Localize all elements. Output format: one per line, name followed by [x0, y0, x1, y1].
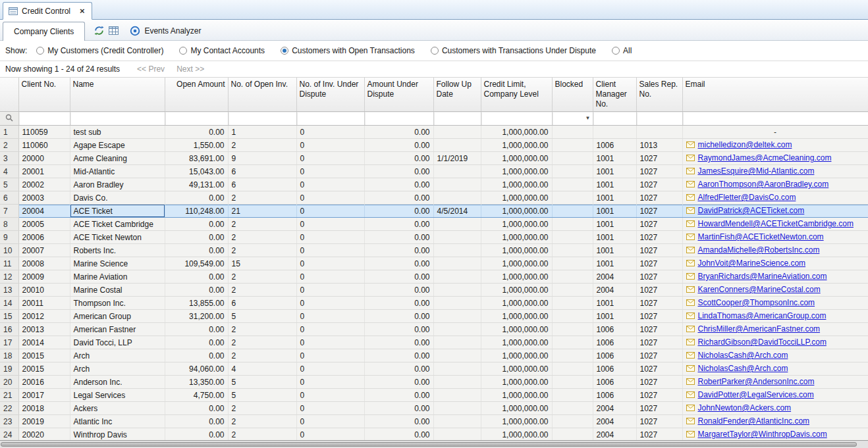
- table-row[interactable]: 1120008Marine Science109,549.001500.001,…: [0, 257, 868, 270]
- table-row[interactable]: 2420020Winthrop Davis0.00200.001,000,000…: [0, 428, 868, 441]
- filter-input-sales_rep_no[interactable]: [636, 112, 682, 126]
- email-link[interactable]: DavidPotter@LegalServices.com: [698, 390, 814, 399]
- show-option-label: Customers with Open Transactions: [292, 46, 415, 55]
- table-row[interactable]: 420001Mid-Atlantic15,043.00600.001,000,0…: [0, 165, 868, 178]
- email-link[interactable]: RaymondJames@AcmeCleaning.com: [698, 153, 832, 162]
- table-row[interactable]: 820005ACE Ticket Cambridge0.00200.001,00…: [0, 218, 868, 231]
- horizontal-scrollbar[interactable]: [0, 440, 868, 448]
- email-link[interactable]: JamesEsquire@Mid-Atlantic.com: [698, 166, 815, 176]
- cell-blocked: [552, 336, 593, 349]
- show-option-1[interactable]: My Contact Accounts: [179, 46, 265, 55]
- col-header-follow_up_date[interactable]: Follow Up Date: [433, 78, 481, 112]
- col-header-client_manager_no[interactable]: Client Manager No.: [593, 78, 636, 112]
- radio-selected-icon[interactable]: [281, 47, 288, 55]
- col-header-amount_under_dispute[interactable]: Amount Under Dispute: [364, 78, 433, 112]
- email-link[interactable]: MargaretTaylor@WinthropDavis.com: [698, 430, 827, 439]
- grid-view-icon[interactable]: [106, 23, 121, 37]
- cell-open_inv: 2: [228, 244, 296, 257]
- radio-icon[interactable]: [431, 47, 439, 55]
- email-link[interactable]: ChrisMiller@AmericanFastner.com: [698, 324, 821, 334]
- tab-company-clients[interactable]: Company Clients: [3, 22, 85, 41]
- table-row[interactable]: 920006ACE Ticket Newton0.00200.001,000,0…: [0, 231, 868, 244]
- email-link[interactable]: michelledizon@deltek.com: [698, 140, 792, 149]
- table-row[interactable]: 2110060Agape Escape1,550.00200.001,000,0…: [0, 139, 868, 152]
- search-icon[interactable]: [0, 112, 18, 126]
- filter-input-open_amount[interactable]: [165, 112, 228, 126]
- table-row[interactable]: 2020016Anderson Inc.13,350.00500.001,000…: [0, 376, 868, 389]
- email-link[interactable]: HowardMendell@ACETicketCambridge.com: [698, 219, 854, 228]
- prev-button[interactable]: << Prev: [137, 64, 165, 74]
- email-link[interactable]: LindaThomas@AmericanGroup.com: [698, 311, 827, 320]
- table-row[interactable]: 2120017Legal Services4,750.00500.001,000…: [0, 389, 868, 402]
- table-row[interactable]: 1110059test sub0.00100.001,000,000.00-: [0, 126, 868, 139]
- cell-credit_limit: 1,000,000.00: [481, 297, 552, 310]
- filter-input-blocked[interactable]: ▼: [552, 112, 593, 126]
- show-option-0[interactable]: My Customers (Credit Controller): [36, 46, 163, 55]
- filter-input-inv_under_dispute[interactable]: [296, 112, 364, 126]
- table-row[interactable]: 1520012American Group31,200.00500.001,00…: [0, 310, 868, 323]
- col-header-name[interactable]: Name: [70, 78, 165, 112]
- table-row[interactable]: 720004ACE Ticket110,248.002100.004/5/201…: [0, 205, 868, 218]
- col-header-blocked[interactable]: Blocked: [552, 78, 593, 112]
- email-link[interactable]: JohnVoit@MarineScience.com: [698, 259, 806, 268]
- table-row[interactable]: 320000Acme Cleaning83,691.00900.001/1/20…: [0, 152, 868, 165]
- filter-input-email[interactable]: [682, 112, 868, 126]
- col-header-open_amount[interactable]: Open Amount: [165, 78, 228, 112]
- radio-icon[interactable]: [612, 47, 620, 55]
- refresh-icon[interactable]: [92, 23, 106, 37]
- show-option-2[interactable]: Customers with Open Transactions: [281, 46, 415, 55]
- close-tab-icon[interactable]: ×: [80, 7, 85, 15]
- table-row[interactable]: 2320019Atlantic Inc0.00200.001,000,000.0…: [0, 415, 868, 428]
- filter-input-client_no[interactable]: [18, 112, 70, 126]
- events-analyzer-button[interactable]: Events Analyzer: [126, 24, 205, 37]
- email-link[interactable]: NicholasCash@Arch.com: [698, 364, 788, 373]
- email-link[interactable]: DavidPatrick@ACETicket.com: [698, 206, 805, 215]
- email-link[interactable]: RichardGibson@DavidTocciLLP.com: [698, 337, 827, 347]
- email-link[interactable]: AlfredFletter@DavisCo.com: [698, 193, 796, 202]
- col-header-open_inv[interactable]: No. of Open Inv.: [228, 78, 296, 112]
- email-link[interactable]: RobertParker@AndersonInc.com: [698, 377, 815, 386]
- col-header-sales_rep_no[interactable]: Sales Rep. No.: [636, 78, 682, 112]
- filter-input-credit_limit[interactable]: [481, 112, 552, 126]
- cell-email: NicholasCash@Arch.com: [682, 349, 868, 362]
- email-link[interactable]: AmandaMichelle@RobertsInc.com: [698, 245, 820, 255]
- table-row[interactable]: 2220018Ackers0.00200.001,000,000.0020041…: [0, 402, 868, 415]
- table-row[interactable]: 1420011Thompson Inc.13,855.00600.001,000…: [0, 297, 868, 310]
- filter-input-amount_under_dispute[interactable]: [364, 112, 433, 126]
- table-row[interactable]: 1920015Arch94,060.00400.001,000,000.0010…: [0, 362, 868, 376]
- email-link[interactable]: RonaldFender@AtlanticInc.com: [698, 416, 810, 426]
- table-row[interactable]: 520002Aaron Bradley49,131.00600.001,000,…: [0, 178, 868, 191]
- filter-input-name[interactable]: [70, 112, 165, 126]
- cell-inv_under_dispute: 0: [296, 376, 364, 389]
- table-row[interactable]: 620003Davis Co.0.00200.001,000,000.00100…: [0, 191, 868, 205]
- col-header-email[interactable]: Email: [682, 78, 868, 112]
- show-option-4[interactable]: All: [612, 46, 632, 55]
- filter-input-client_manager_no[interactable]: [593, 112, 636, 126]
- cell-amount_under_dispute: 0.00: [364, 349, 433, 362]
- col-header-credit_limit[interactable]: Credit Limit, Company Level: [481, 78, 552, 112]
- table-row[interactable]: 1620013American Fastner0.00200.001,000,0…: [0, 323, 868, 336]
- email-link[interactable]: ScottCooper@ThompsonInc.com: [698, 298, 815, 307]
- email-link[interactable]: BryanRichards@MarineAviation.com: [698, 272, 827, 281]
- filter-input-open_inv[interactable]: [228, 112, 296, 126]
- show-option-3[interactable]: Customers with Transactions Under Disput…: [431, 46, 596, 55]
- email-link[interactable]: MartinFish@ACETicketNewton.com: [698, 232, 824, 241]
- email-link[interactable]: JohnNewton@Ackers.com: [698, 403, 792, 412]
- email-link[interactable]: KarenConners@MarineCostal.com: [698, 285, 821, 294]
- tab-credit-control[interactable]: Credit Control ×: [3, 2, 92, 20]
- next-button[interactable]: Next >>: [176, 64, 204, 74]
- table-row[interactable]: 1320010Marine Costal0.00200.001,000,000.…: [0, 284, 868, 297]
- table-row[interactable]: 1020007Roberts Inc.0.00200.001,000,000.0…: [0, 244, 868, 257]
- col-header-inv_under_dispute[interactable]: No. of Inv. Under Dispute: [296, 78, 364, 112]
- table-row[interactable]: 1720014David Tocci, LLP0.00200.001,000,0…: [0, 336, 868, 349]
- dropdown-arrow-icon[interactable]: ▼: [585, 116, 591, 121]
- radio-icon[interactable]: [36, 47, 44, 55]
- scrollbar-thumb[interactable]: [1, 442, 857, 447]
- email-link[interactable]: NicholasCash@Arch.com: [698, 351, 788, 360]
- radio-icon[interactable]: [179, 47, 187, 55]
- table-row[interactable]: 1820015Arch0.00200.001,000,000.001006102…: [0, 349, 868, 362]
- col-header-client_no[interactable]: Client No.: [18, 78, 70, 112]
- table-row[interactable]: 1220009Marine Aviation0.00200.001,000,00…: [0, 270, 868, 284]
- email-link[interactable]: AaronThompson@AaronBradley.com: [698, 180, 829, 189]
- filter-input-follow_up_date[interactable]: [433, 112, 481, 126]
